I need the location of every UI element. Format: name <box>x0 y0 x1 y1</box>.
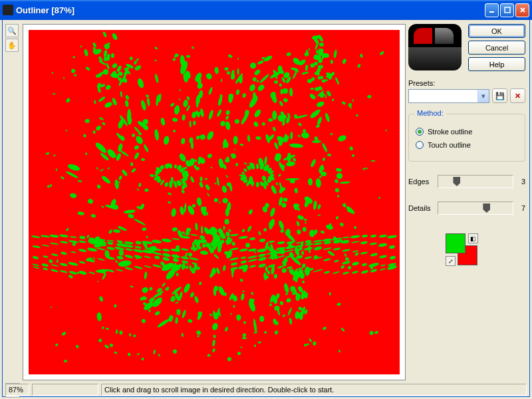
zoom-status: 87% <box>5 384 29 396</box>
delete-preset-button[interactable]: ✕ <box>510 88 525 103</box>
radio-icon <box>416 128 424 136</box>
hand-tool[interactable]: ✋ <box>5 39 19 52</box>
default-colors-button[interactable]: ◧ <box>468 233 478 243</box>
default-icon: ◧ <box>470 235 476 242</box>
touch-outline-radio[interactable]: Touch outline <box>416 141 518 149</box>
edges-slider[interactable] <box>438 175 513 188</box>
details-value: 7 <box>517 204 525 212</box>
help-button[interactable]: Help <box>468 57 525 71</box>
ok-button[interactable]: OK <box>468 24 525 38</box>
foreground-color-swatch[interactable] <box>446 233 466 253</box>
zoom-icon: 🔍 <box>7 27 17 35</box>
window-title: Outliner [87%] <box>16 5 485 15</box>
radio-icon <box>416 141 424 149</box>
preview-canvas[interactable] <box>29 30 400 374</box>
color-picker: ◧ ⤢ <box>408 233 525 273</box>
status-cell-empty <box>32 384 98 396</box>
method-title: Method: <box>414 109 446 117</box>
tool-strip: 🔍 ✋ <box>5 24 20 53</box>
content-area: 🔍 ✋ OK Cancel Help Presets: ▾ 💾 <box>2 20 530 397</box>
svg-rect-0 <box>489 11 494 13</box>
swap-colors-button[interactable]: ⤢ <box>446 256 456 266</box>
edges-label: Edges <box>408 178 434 186</box>
details-label: Details <box>408 204 434 212</box>
minimize-button[interactable] <box>485 3 499 17</box>
slider-thumb[interactable] <box>483 203 490 213</box>
delete-icon: ✕ <box>515 92 521 100</box>
status-bar: 87% Click and drag to scroll image in de… <box>3 383 529 396</box>
save-icon: 💾 <box>495 92 505 100</box>
maximize-button[interactable] <box>500 3 514 17</box>
controls-panel: OK Cancel Help Presets: ▾ 💾 ✕ Method: <box>408 24 525 273</box>
stroke-outline-label: Stroke outline <box>428 128 472 136</box>
hand-icon: ✋ <box>7 41 17 50</box>
swap-icon: ⤢ <box>448 258 454 265</box>
cancel-button[interactable]: Cancel <box>468 41 525 55</box>
close-button[interactable] <box>515 3 529 17</box>
svg-rect-1 <box>505 7 510 13</box>
preview-panel <box>23 24 406 380</box>
touch-outline-label: Touch outline <box>428 141 471 149</box>
method-group: Method: Stroke outline Touch outline <box>408 114 525 162</box>
edges-value: 3 <box>517 178 525 186</box>
chevron-down-icon: ▾ <box>477 90 489 102</box>
stroke-outline-radio[interactable]: Stroke outline <box>416 128 518 136</box>
slider-thumb[interactable] <box>453 177 460 186</box>
details-slider[interactable] <box>438 201 513 215</box>
save-preset-button[interactable]: 💾 <box>492 88 507 103</box>
vendor-logo <box>408 24 462 70</box>
status-hint: Click and drag to scroll image in desire… <box>101 384 527 396</box>
presets-label: Presets: <box>408 79 525 87</box>
app-icon <box>3 5 13 15</box>
presets-dropdown[interactable]: ▾ <box>408 89 489 103</box>
titlebar: Outliner [87%] <box>0 0 532 20</box>
zoom-tool[interactable]: 🔍 <box>5 24 19 37</box>
